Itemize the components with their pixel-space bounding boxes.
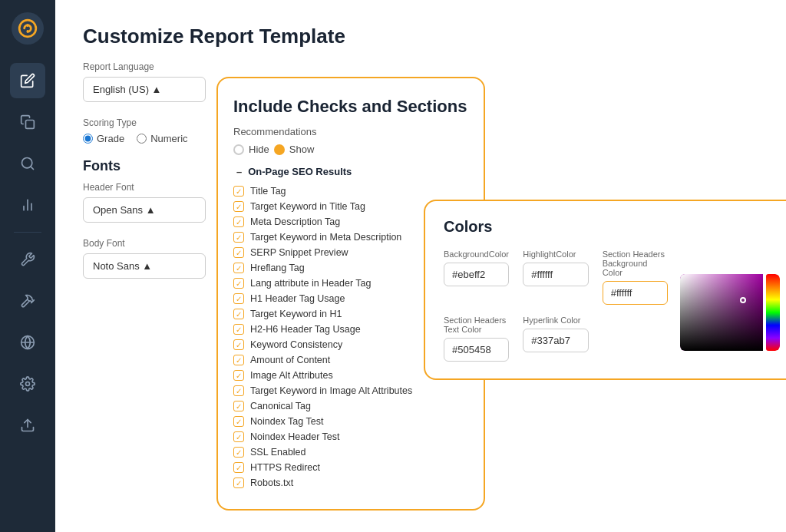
check-item-label: Keyword Consistency <box>250 339 342 350</box>
sidebar-divider <box>14 232 41 233</box>
section-headers-text-label: Section Headers Text Color <box>444 316 509 334</box>
hyperlink-color-input[interactable] <box>523 329 588 352</box>
sidebar-item-settings[interactable] <box>10 366 45 401</box>
check-item-label: H1 Header Tag Usage <box>250 293 345 304</box>
sidebar-item-copy[interactable] <box>10 104 45 140</box>
body-font-value: Noto Sans ▲ <box>93 260 152 272</box>
checkbox[interactable]: ✓ <box>233 401 244 411</box>
checkbox[interactable]: ✓ <box>233 232 244 243</box>
fonts-heading: Fonts <box>83 158 236 174</box>
section-headers-text-input[interactable] <box>444 338 509 362</box>
sidebar <box>0 0 55 532</box>
body-font-dropdown[interactable]: Noto Sans ▲ <box>83 253 206 279</box>
hide-show-row: Hide Show <box>233 144 468 155</box>
check-item-label: SSL Enabled <box>250 447 306 458</box>
scoring-type-group: Grade Numeric <box>83 133 236 144</box>
sidebar-item-upload[interactable] <box>10 408 45 443</box>
checkbox[interactable]: ✓ <box>233 339 244 350</box>
checkbox[interactable]: ✓ <box>233 385 244 396</box>
checkbox[interactable]: ✓ <box>233 370 244 381</box>
checkbox[interactable]: ✓ <box>233 431 244 442</box>
list-item[interactable]: ✓ Robots.txt <box>233 475 468 491</box>
check-item-label: Robots.txt <box>250 477 293 488</box>
header-font-dropdown[interactable]: Open Sans ▲ <box>83 197 206 223</box>
list-item[interactable]: ✓ HTTPS Redirect <box>233 460 468 475</box>
checkbox[interactable]: ✓ <box>233 416 244 427</box>
checkbox[interactable]: ✓ <box>233 263 244 273</box>
check-item-label: HTTPS Redirect <box>250 462 320 473</box>
checkbox[interactable]: ✓ <box>233 216 244 227</box>
checkbox[interactable]: ✓ <box>233 324 244 335</box>
checkbox[interactable]: ✓ <box>233 355 244 365</box>
svg-point-8 <box>26 382 30 386</box>
report-language-value: English (US) ▲ <box>93 84 161 95</box>
list-item[interactable]: ✓ Canonical Tag <box>233 398 468 414</box>
sidebar-item-edit[interactable] <box>10 63 45 98</box>
section-header-text: On-Page SEO Results <box>248 166 352 177</box>
check-item-label: H2-H6 Header Tag Usage <box>250 324 361 335</box>
hyperlink-color-label: Hyperlink Color <box>523 316 588 325</box>
scoring-grade-option[interactable]: Grade <box>83 133 124 144</box>
section-item-header: – On-Page SEO Results <box>233 166 468 177</box>
check-item-label: Amount of Content <box>250 355 330 365</box>
check-item-label: Target Keyword in H1 <box>250 309 342 319</box>
checkbox[interactable]: ✓ <box>233 309 244 319</box>
check-item-label: Target Keyword in Image Alt Attributes <box>250 385 412 396</box>
section-headers-bg-field: Section Headers Background Color <box>603 249 668 305</box>
sidebar-item-chart[interactable] <box>10 187 45 223</box>
check-item-label: Target Keyword in Meta Description <box>250 232 401 243</box>
check-item-label: Title Tag <box>250 186 286 197</box>
sidebar-item-hammer[interactable] <box>10 283 45 319</box>
scoring-numeric-option[interactable]: Numeric <box>137 133 187 144</box>
list-item[interactable]: ✓ Target Keyword in Image Alt Attributes <box>233 383 468 398</box>
color-picker-area[interactable] <box>680 274 780 351</box>
checkbox[interactable]: ✓ <box>233 278 244 289</box>
check-item-label: Noindex Tag Test <box>250 416 323 427</box>
check-item-label: Canonical Tag <box>250 401 311 411</box>
checkbox[interactable]: ✓ <box>233 447 244 458</box>
colors-grid: BackgroundColor HighlightColor Section H… <box>444 249 668 362</box>
list-item[interactable]: ✓ SSL Enabled <box>233 444 468 460</box>
hide-radio-circle[interactable] <box>233 144 244 155</box>
checkbox[interactable]: ✓ <box>233 186 244 197</box>
header-font-label: Header Font <box>83 182 236 193</box>
hyperlink-color-field: Hyperlink Color <box>523 316 588 362</box>
list-item[interactable]: ✓ Noindex Tag Test <box>233 414 468 429</box>
hide-label: Hide <box>249 144 269 155</box>
scoring-grade-label: Grade <box>97 133 124 144</box>
bg-color-input[interactable] <box>444 263 509 286</box>
colors-panel-title: Colors <box>444 218 780 236</box>
show-radio-circle[interactable] <box>274 144 285 155</box>
svg-line-2 <box>31 167 34 170</box>
main-content: Customize Report Template Report Languag… <box>55 0 786 532</box>
scoring-numeric-label: Numeric <box>150 133 187 144</box>
checkbox[interactable]: ✓ <box>233 293 244 304</box>
list-item[interactable]: ✓ Noindex Header Test <box>233 429 468 444</box>
scoring-type-label: Scoring Type <box>83 117 236 128</box>
colors-panel: Colors BackgroundColor HighlightColor Se… <box>424 200 786 380</box>
sidebar-item-globe[interactable] <box>10 325 45 360</box>
color-strip[interactable] <box>766 274 780 351</box>
checkbox[interactable]: ✓ <box>233 477 244 488</box>
list-item[interactable]: ✓ Title Tag <box>233 183 468 199</box>
highlight-color-label: HighlightColor <box>523 249 588 259</box>
checkbox[interactable]: ✓ <box>233 247 244 258</box>
highlight-color-field: HighlightColor <box>523 249 588 305</box>
sidebar-item-wrench[interactable] <box>10 242 45 277</box>
sidebar-item-search[interactable] <box>10 146 45 181</box>
check-item-label: Image Alt Attributes <box>250 370 333 381</box>
checkbox[interactable]: ✓ <box>233 201 244 212</box>
section-headers-bg-input[interactable] <box>603 281 668 305</box>
color-picker[interactable] <box>680 271 780 362</box>
section-dash: – <box>236 166 242 177</box>
report-language-dropdown[interactable]: English (US) ▲ <box>83 77 206 102</box>
show-label: Show <box>289 144 315 155</box>
gradient-picker[interactable] <box>680 274 763 351</box>
page-title: Customize Report Template <box>83 25 758 48</box>
checks-panel-title: Include Checks and Sections <box>233 97 468 117</box>
checkbox[interactable]: ✓ <box>233 462 244 473</box>
highlight-color-input[interactable] <box>523 263 588 286</box>
section-headers-text-field: Section Headers Text Color <box>444 316 509 362</box>
app-logo[interactable] <box>12 12 44 45</box>
bg-color-label: BackgroundColor <box>444 249 509 259</box>
